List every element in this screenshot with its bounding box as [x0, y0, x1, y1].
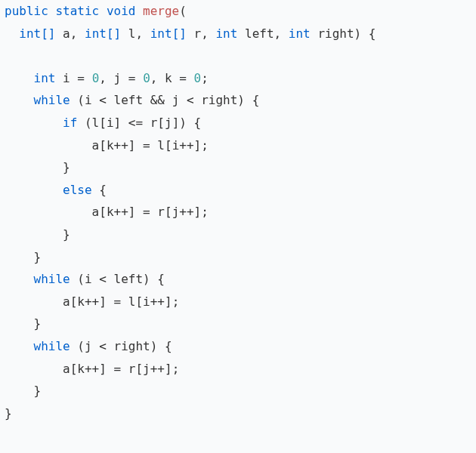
lbrace: { [165, 339, 172, 353]
var-j: j [172, 205, 180, 219]
eq: = [143, 205, 150, 219]
pp: ++ [85, 294, 99, 309]
var-j: j [172, 93, 180, 107]
rbrace: } [34, 384, 42, 398]
lbrack: [ [135, 294, 143, 309]
comma: , [99, 71, 107, 85]
lbrack: [ [70, 362, 78, 376]
var-l: l [128, 294, 136, 309]
lbrack: [ [99, 116, 107, 130]
rbrace: } [34, 316, 42, 331]
var-i: i [143, 294, 150, 309]
eq: = [128, 71, 136, 85]
rbrack: ] [172, 116, 180, 130]
keyword-while: while [34, 339, 70, 353]
comma: , [274, 26, 282, 41]
lbrace: { [157, 272, 165, 286]
var-i: i [63, 71, 70, 85]
var-j: j [143, 362, 150, 376]
comma: , [150, 71, 158, 85]
lteq: <= [128, 116, 143, 130]
var-i: i [85, 93, 92, 107]
lparen: ( [85, 116, 92, 130]
rbrace: } [5, 406, 12, 421]
pp: ++ [179, 138, 193, 153]
var-left: left [114, 272, 144, 286]
lbrack: [ [70, 294, 78, 309]
keyword-while: while [34, 272, 70, 286]
comma: , [135, 26, 143, 41]
rbrace: } [63, 160, 70, 174]
var-a: a [63, 362, 70, 376]
var-i: i [107, 116, 114, 130]
pp: ++ [179, 205, 193, 219]
lt: < [99, 272, 107, 286]
var-k: k [77, 294, 85, 309]
var-a: a [92, 138, 100, 153]
eq: = [114, 362, 122, 376]
rbrack: ] [99, 294, 107, 309]
rbrack: ] [165, 294, 172, 309]
semi: ; [201, 205, 209, 219]
and: && [150, 93, 165, 107]
type-int: int [34, 71, 56, 85]
rbrack: ] [194, 138, 202, 153]
keyword-void: void [107, 4, 136, 18]
type-int: int [215, 26, 237, 41]
rbrack: ] [128, 138, 136, 153]
var-r: r [150, 116, 158, 130]
var-r: r [128, 362, 136, 376]
rbrack: ] [194, 205, 202, 219]
var-a: a [92, 205, 100, 219]
literal-zero: 0 [143, 71, 150, 85]
lbrack: [ [165, 138, 172, 153]
lbrack: [ [165, 205, 172, 219]
keyword-while: while [34, 93, 70, 107]
var-r: r [157, 205, 165, 219]
var-l: l [157, 138, 165, 153]
rbrack: ] [114, 116, 122, 130]
var-k: k [107, 205, 114, 219]
eq: = [77, 71, 85, 85]
eq: = [114, 294, 122, 309]
rparen: ) [354, 26, 362, 41]
rparen: ) [179, 116, 187, 130]
keyword-static: static [55, 4, 99, 18]
rbrace: } [34, 250, 42, 264]
semi: ; [172, 362, 180, 376]
var-i: i [85, 272, 92, 286]
var-left: left [114, 93, 144, 107]
lbrack: [ [99, 205, 107, 219]
rbrace: } [63, 227, 70, 242]
keyword-if: if [63, 116, 77, 130]
param-r: r [194, 26, 202, 41]
lt: < [187, 93, 194, 107]
lparen: ( [179, 4, 187, 18]
param-a: a [63, 26, 70, 41]
param-left: left [245, 26, 274, 41]
pp: ++ [150, 294, 165, 309]
code-block: public static void merge( int[] a, int[]… [0, 0, 476, 424]
var-i: i [172, 138, 180, 153]
literal-zero: 0 [92, 71, 100, 85]
pp: ++ [114, 205, 128, 219]
var-j: j [114, 71, 122, 85]
keyword-else: else [63, 183, 92, 197]
param-right: right [317, 26, 354, 41]
type-int-array: int[] [85, 26, 121, 41]
lbrace: { [252, 93, 260, 107]
lbrace: { [369, 26, 376, 41]
var-k: k [165, 71, 172, 85]
pp: ++ [85, 362, 99, 376]
eq: = [143, 138, 150, 153]
param-l: l [128, 26, 136, 41]
type-int-array: int[] [150, 26, 187, 41]
rbrack: ] [99, 362, 107, 376]
var-l: l [92, 116, 100, 130]
lbrace: { [99, 183, 107, 197]
rbrack: ] [165, 362, 172, 376]
lbrack: [ [135, 362, 143, 376]
keyword-public: public [5, 4, 48, 18]
rbrack: ] [128, 205, 136, 219]
var-k: k [77, 362, 85, 376]
